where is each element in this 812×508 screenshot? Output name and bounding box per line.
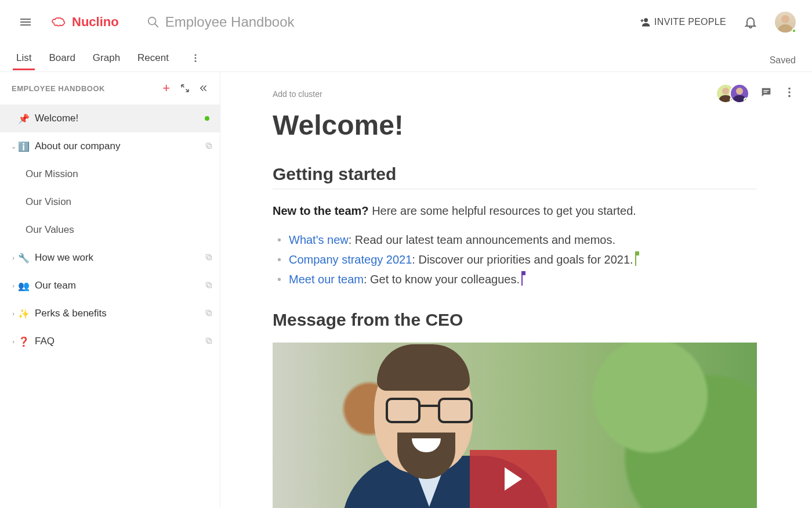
sidebar-item-label: Our Values [26, 224, 213, 236]
sidebar-item-label: Our Vision [26, 196, 213, 208]
people-icon: 👥 [17, 280, 30, 291]
list-item: What's new: Read our latest team announc… [273, 230, 757, 250]
current-user-avatar[interactable] [775, 12, 796, 33]
expand-button[interactable] [176, 79, 194, 98]
more-vertical-icon [190, 53, 201, 63]
search-icon [147, 16, 160, 28]
activity-dot [205, 116, 209, 121]
tab-recent[interactable]: Recent [137, 46, 169, 70]
copy-icon[interactable] [205, 281, 213, 291]
brain-icon [51, 14, 67, 30]
play-icon [505, 467, 522, 491]
link-whats-new[interactable]: What's new [289, 233, 349, 246]
svg-rect-13 [206, 310, 210, 314]
add-page-button[interactable]: + [157, 79, 176, 98]
sidebar-header: EMPLOYEE HANDBOOK + [0, 72, 220, 105]
list-item: Company strategy 2021: Discover our prio… [273, 250, 757, 269]
add-to-cluster-button[interactable]: Add to cluster [273, 89, 757, 99]
document-area: Add to cluster Welcome! Getting started … [220, 72, 812, 508]
invite-people-button[interactable]: INVITE PEOPLE [639, 16, 726, 28]
tab-list[interactable]: List [16, 46, 31, 70]
chevrons-left-icon [198, 83, 209, 93]
document[interactable]: Add to cluster Welcome! Getting started … [273, 72, 757, 508]
svg-point-16 [788, 88, 791, 90]
hamburger-icon [19, 15, 32, 29]
ceo-video[interactable] [273, 343, 757, 508]
sidebar-title: EMPLOYEE HANDBOOK [12, 84, 157, 93]
resource-list: What's new: Read our latest team announc… [273, 230, 757, 289]
tabs-more-button[interactable] [186, 49, 205, 67]
sidebar-item-welcome[interactable]: 📌 Welcome! [0, 105, 220, 132]
page-title: Welcome! [273, 109, 757, 141]
svg-point-17 [788, 91, 791, 93]
intro-rest: Here are some helpful resources to get y… [369, 204, 636, 217]
sidebar-item-values[interactable]: Our Values [0, 216, 220, 244]
document-more-button[interactable] [783, 86, 796, 101]
wrench-icon: 🔧 [17, 253, 30, 264]
collaborator-avatar[interactable] [730, 84, 749, 103]
svg-point-2 [644, 18, 648, 22]
collapse-sidebar-button[interactable] [194, 79, 213, 98]
sidebar-item-label: FAQ [35, 336, 205, 347]
logo[interactable]: Nuclino [51, 14, 119, 30]
comments-button[interactable] [760, 86, 773, 101]
search[interactable] [147, 14, 397, 30]
play-button[interactable] [470, 450, 557, 508]
link-company-strategy[interactable]: Company strategy 2021 [289, 253, 412, 266]
sidebar-item-how-we-work[interactable]: 🔧 How we work [0, 244, 220, 272]
sidebar-item-about[interactable]: ℹ️ About our company [0, 132, 220, 160]
chat-icon [760, 86, 773, 99]
topbar: Nuclino INVITE PEOPLE [0, 0, 812, 44]
copy-icon[interactable] [205, 309, 213, 319]
svg-rect-7 [206, 143, 210, 147]
info-icon: ℹ️ [17, 141, 30, 152]
tab-graph[interactable]: Graph [93, 46, 120, 70]
svg-rect-15 [206, 338, 210, 342]
sidebar-item-label: Perks & benefits [35, 308, 205, 319]
search-input[interactable] [165, 14, 397, 30]
intro-bold: New to the team? [273, 204, 369, 217]
copy-icon[interactable] [205, 337, 213, 347]
expand-icon [180, 83, 190, 93]
person-add-icon [639, 16, 651, 28]
sidebar-item-vision[interactable]: Our Vision [0, 188, 220, 216]
copy-icon[interactable] [205, 142, 213, 152]
intro-paragraph: New to the team? Here are some helpful r… [273, 202, 757, 219]
svg-point-4 [194, 57, 196, 59]
collaborator-avatars[interactable] [716, 84, 749, 103]
heading-getting-started: Getting started [273, 164, 757, 189]
collab-cursor-green [635, 253, 636, 266]
link-meet-team[interactable]: Meet our team [289, 273, 364, 286]
tab-board[interactable]: Board [49, 46, 75, 70]
sidebar-item-our-team[interactable]: 👥 Our team [0, 272, 220, 300]
sidebar: EMPLOYEE HANDBOOK + 📌 Welcome! ℹ️ About … [0, 72, 220, 508]
pin-icon: 📌 [17, 113, 30, 124]
view-tabs: List Board Graph Recent Saved [0, 44, 812, 72]
copy-icon[interactable] [205, 253, 213, 263]
sidebar-item-faq[interactable]: ❓ FAQ [0, 327, 220, 355]
sidebar-item-label: Our team [35, 280, 205, 291]
sidebar-item-perks[interactable]: ✨ Perks & benefits [0, 300, 220, 327]
menu-toggle-button[interactable] [16, 13, 35, 31]
svg-rect-6 [208, 144, 212, 148]
sidebar-item-label: Our Mission [26, 168, 213, 180]
sidebar-item-label: How we work [35, 252, 205, 264]
save-status: Saved [770, 55, 796, 66]
sidebar-item-mission[interactable]: Our Mission [0, 160, 220, 188]
heading-ceo-message: Message from the CEO [273, 310, 757, 334]
collab-cursor-purple [521, 273, 523, 286]
sidebar-item-label: About our company [35, 140, 205, 152]
question-icon: ❓ [17, 336, 30, 347]
svg-rect-8 [208, 255, 212, 260]
svg-rect-9 [206, 254, 210, 258]
presence-indicator [792, 28, 796, 33]
list-item: Meet our team: Get to know your colleagu… [273, 269, 757, 289]
svg-rect-11 [206, 282, 210, 286]
notifications-button[interactable] [741, 13, 760, 31]
svg-line-1 [154, 24, 158, 27]
document-toolbar [716, 84, 796, 103]
sidebar-item-label: Welcome! [35, 113, 205, 124]
svg-rect-10 [208, 283, 212, 287]
bell-icon [744, 15, 757, 29]
svg-point-18 [788, 95, 791, 98]
